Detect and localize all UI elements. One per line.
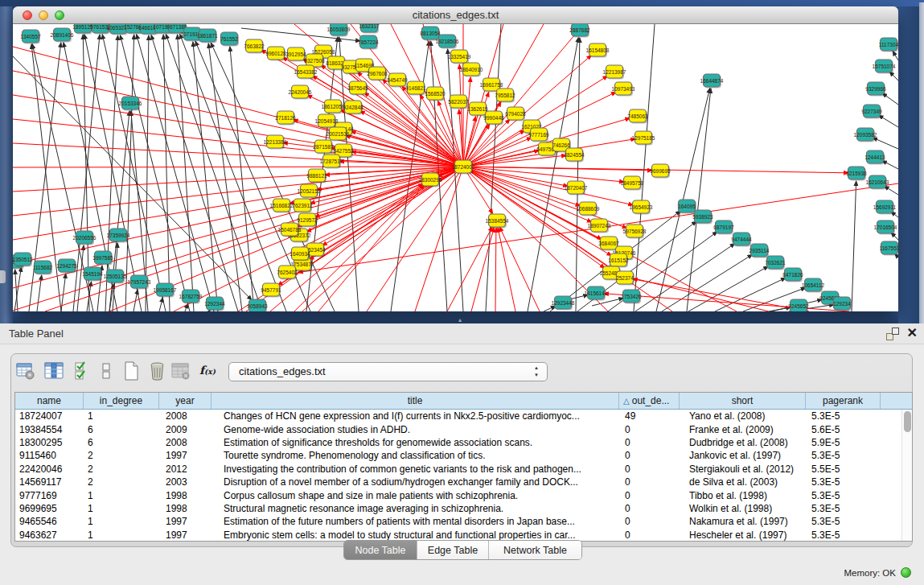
graph-node[interactable]: 6879197 [713, 220, 734, 235]
column-header-title[interactable]: title [211, 393, 619, 409]
network-view-window[interactable]: citations_edges.txt 76638229960128391295… [13, 6, 898, 311]
graph-node[interactable]: 761552 [220, 32, 239, 47]
graph-node[interactable]: 7857224 [358, 35, 379, 50]
table-row[interactable]: 969969511998Structural magnetic resonanc… [15, 502, 901, 515]
graph-node[interactable]: 20206556 [73, 231, 97, 245]
graph-node[interactable]: 9146821 [405, 81, 426, 96]
graph-node[interactable]: 1861871 [197, 29, 218, 43]
graph-node[interactable]: 9058943 [247, 299, 268, 311]
graph-node[interactable]: 5938923 [692, 210, 713, 225]
graph-node[interactable]: 9245652 [788, 299, 809, 311]
graph-node[interactable]: 15692911 [873, 200, 897, 215]
close-panel-icon[interactable]: ✕ [907, 325, 918, 340]
graph-node[interactable]: 10688609 [577, 202, 600, 216]
graph-node[interactable]: 20891406 [51, 28, 74, 43]
network-table-select[interactable]: citations_edges.txt ▲▼ [228, 362, 548, 381]
table-row[interactable]: 1830029562008Estimation of significance … [15, 436, 901, 449]
graph-node[interactable]: 12093582 [854, 128, 877, 142]
graph-node[interactable]: 59756928 [623, 225, 647, 239]
unselect-rows-icon[interactable] [102, 361, 112, 381]
panel-collapse-handle[interactable] [0, 270, 6, 283]
new-table-icon[interactable] [123, 361, 141, 381]
graph-node[interactable]: 18724007 [452, 160, 475, 175]
graph-node[interactable]: 16543382 [294, 65, 318, 80]
graph-node[interactable]: 7955812 [495, 89, 515, 103]
column-chooser-icon[interactable] [44, 361, 64, 381]
column-header-short[interactable]: short [680, 393, 806, 409]
graph-node[interactable]: 3997585 [92, 251, 113, 266]
graph-node[interactable]: 7623912 [292, 199, 313, 213]
graph-node[interactable]: 17287517 [320, 154, 343, 169]
table-row[interactable]: 1456911722003Disruption of a novel membe… [15, 476, 901, 488]
graph-node[interactable]: 16053809 [327, 24, 351, 37]
graph-node[interactable]: 16782759 [179, 290, 203, 304]
graph-node[interactable]: 8454749 [387, 73, 408, 88]
graph-node[interactable]: 15046788 [278, 223, 302, 237]
graph-node[interactable]: 3875645 [347, 81, 368, 96]
table-row[interactable]: 946554611997Estimation of the future num… [15, 515, 901, 528]
graph-node[interactable]: 8471826 [782, 268, 803, 282]
graph-node[interactable]: 9457791 [261, 283, 281, 298]
graph-node[interactable]: 19958167 [154, 283, 177, 298]
graph-node[interactable]: 17957243 [128, 275, 151, 290]
table-row[interactable]: 2242004622012Investigating the contribut… [15, 463, 901, 476]
graph-node[interactable]: 17359924 [107, 229, 130, 243]
column-header-out_de[interactable]: △out_de... [619, 393, 680, 409]
vertical-scrollbar[interactable] [901, 410, 912, 541]
graph-node[interactable]: 18907243 [588, 219, 611, 233]
graph-node[interactable]: 9227349 [861, 105, 882, 119]
graph-node[interactable]: 9242848 [343, 101, 363, 115]
graph-node[interactable]: 1640934 [290, 247, 310, 262]
graph-node[interactable]: 12213987 [603, 65, 626, 80]
graph-node[interactable]: 20153346 [119, 97, 142, 111]
graph-node[interactable]: 7625402 [277, 266, 298, 280]
graph-node[interactable]: 7663822 [244, 39, 265, 54]
table-row[interactable]: 1938455462009Genome-wide association stu… [15, 422, 901, 435]
graph-node[interactable]: 3912954 [285, 47, 306, 62]
graph-node[interactable]: 2718126 [275, 111, 296, 126]
window-titlebar[interactable]: citations_edges.txt [13, 6, 898, 24]
graph-node[interactable]: 1117304 [879, 38, 898, 52]
graph-node[interactable]: 14156141 [585, 286, 608, 301]
network-canvas[interactable]: 7663822996012839129541522605893275088186… [13, 24, 898, 311]
graph-node[interactable]: 10973493 [612, 82, 635, 97]
graph-node[interactable]: 9474444 [731, 233, 752, 247]
graph-node[interactable]: 16154808 [586, 43, 610, 58]
graph-node[interactable]: 129234 [833, 297, 852, 311]
graph-node[interactable]: 1632317 [359, 24, 380, 34]
graph-node[interactable]: 2967608 [367, 67, 388, 81]
graph-node[interactable]: 12213384 [264, 135, 287, 150]
graph-node[interactable]: 12975185 [632, 131, 655, 146]
graph-node[interactable]: 18720407 [565, 181, 588, 196]
graph-node[interactable]: 2887682 [569, 24, 590, 38]
graph-node[interactable]: 1568520 [425, 87, 446, 101]
graph-node[interactable]: 16644874 [700, 74, 724, 89]
graph-node[interactable]: 18640910 [460, 63, 483, 77]
graph-node[interactable]: 8215938 [846, 167, 867, 181]
graph-node[interactable]: 2935114 [749, 244, 770, 258]
column-header-year[interactable]: year [159, 393, 211, 409]
graph-node[interactable]: 7032621 [765, 256, 786, 270]
graph-node[interactable]: 12054918 [315, 114, 339, 129]
table-row[interactable]: 946362711997Embryonic stem cells: a mode… [15, 529, 901, 541]
graph-node[interactable]: 1167553 [880, 241, 898, 256]
graph-node[interactable]: 18300295 [419, 173, 442, 187]
graph-node[interactable]: 252374 [616, 271, 634, 286]
graph-node[interactable]: 9329966 [865, 82, 886, 97]
delete-table-disabled-icon[interactable] [171, 361, 190, 381]
graph-node[interactable]: 18495758 [621, 176, 644, 191]
graph-node[interactable]: 5822037 [448, 95, 469, 109]
graph-node[interactable]: 9777169 [528, 128, 549, 142]
table-row[interactable]: 1872400712008Changes of HCN gene express… [15, 410, 901, 422]
scrollbar-thumb[interactable] [904, 411, 911, 432]
graph-node[interactable]: 9990448 [483, 111, 504, 126]
tab-edge-table[interactable]: Edge Table [417, 541, 489, 559]
graph-node[interactable]: 1753426 [621, 290, 642, 304]
graph-node[interactable]: 9129572 [297, 213, 318, 228]
graph-node[interactable]: 6794028 [505, 107, 526, 122]
graph-node[interactable]: 7485063 [627, 109, 648, 124]
column-header-pagerank[interactable]: pagerank [806, 393, 881, 409]
tab-node-table[interactable]: Node Table [344, 541, 417, 559]
graph-node[interactable]: 3824554 [564, 148, 585, 163]
graph-node[interactable]: 19218506 [436, 35, 459, 49]
